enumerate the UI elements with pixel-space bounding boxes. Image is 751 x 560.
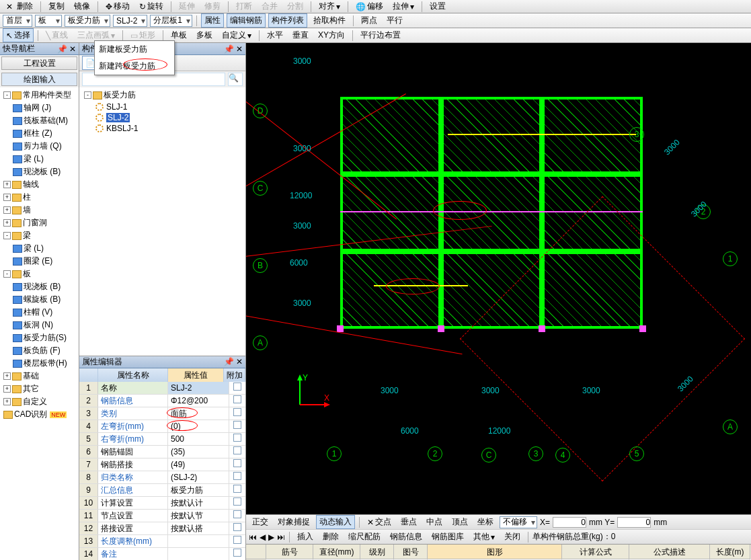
stretch-button[interactable]: 拉伸 ▾ bbox=[389, 0, 418, 13]
osnap-toggle[interactable]: 对象捕捉 bbox=[274, 515, 313, 529]
extend-button[interactable]: 延伸 bbox=[175, 0, 198, 13]
property-row[interactable]: 14备注 bbox=[79, 548, 245, 561]
search-button[interactable]: 🔍 bbox=[228, 73, 243, 86]
merge-button[interactable]: 合并 bbox=[258, 0, 281, 13]
horiz-button[interactable]: 水平 bbox=[264, 28, 286, 42]
property-row[interactable]: 3类别面筋 bbox=[79, 407, 245, 420]
tree-item[interactable]: 板负筋 (F) bbox=[1, 344, 77, 357]
snap-coord[interactable]: 坐标 bbox=[474, 515, 497, 529]
ortho-toggle[interactable]: 正交 bbox=[249, 515, 272, 529]
table-header[interactable]: 长度(m) bbox=[710, 545, 750, 559]
category-combo[interactable]: 板 bbox=[35, 15, 62, 27]
rebar-info-button[interactable]: 钢筋信息 bbox=[387, 530, 426, 544]
trim-button[interactable]: 修剪 bbox=[201, 0, 224, 13]
tree-item[interactable]: +门窗洞 bbox=[1, 216, 77, 229]
component-list-button[interactable]: 构件列表 bbox=[268, 13, 307, 28]
nav-prev-icon[interactable]: ◀ bbox=[260, 532, 266, 542]
drawing-canvas[interactable]: D C B A 1 2 3 A 1 2 3 C 4 5 3000 3000 12… bbox=[246, 43, 751, 514]
property-row[interactable]: 6钢筋锚固(35) bbox=[79, 446, 245, 458]
multi-slab-button[interactable]: 多板 bbox=[193, 28, 216, 42]
offset-combo[interactable]: 不偏移 bbox=[500, 516, 537, 528]
tree-item[interactable]: CAD识别NEW bbox=[1, 408, 77, 421]
property-row[interactable]: 13长度调整(mm) bbox=[79, 535, 245, 548]
tree-item[interactable]: +自定义 bbox=[1, 395, 77, 408]
table-header[interactable]: 筋号 bbox=[266, 545, 313, 559]
floor-combo[interactable]: 首层 bbox=[3, 15, 32, 27]
pin-icon[interactable]: 📌 ✕ bbox=[57, 44, 76, 54]
two-point-button[interactable]: 两点 bbox=[358, 13, 381, 28]
property-row[interactable]: 11节点设置按默认节 bbox=[79, 510, 245, 522]
tree-item[interactable]: 筏板基础(M) bbox=[1, 114, 77, 127]
property-row[interactable]: 1名称SLJ-2 bbox=[79, 382, 245, 395]
table-header[interactable]: 公式描述 bbox=[629, 545, 710, 559]
tree-item[interactable]: 现浇板 (B) bbox=[1, 165, 77, 178]
tree-item[interactable]: 板受力筋(S) bbox=[1, 331, 77, 344]
tree-item[interactable]: -梁 bbox=[1, 229, 77, 242]
move-button[interactable]: ✥ 移动 bbox=[102, 0, 133, 13]
property-row[interactable]: 4左弯折(mm)(0) bbox=[79, 420, 245, 433]
delete-row-button[interactable]: 删除 bbox=[319, 530, 342, 544]
rotate-button[interactable]: ↻ 旋转 bbox=[136, 0, 167, 13]
x-input[interactable] bbox=[553, 517, 586, 528]
component-item[interactable]: SLJ-1 bbox=[83, 102, 245, 112]
nav-tree[interactable]: -常用构件类型轴网 (J)筏板基础(M)框柱 (Z)剪力墙 (Q)梁 (L)现浇… bbox=[0, 87, 79, 560]
vert-button[interactable]: 垂直 bbox=[289, 28, 312, 42]
tree-item[interactable]: 板洞 (N) bbox=[1, 319, 77, 331]
table-header[interactable]: 级别 bbox=[360, 545, 394, 559]
settings-button[interactable]: 设置 bbox=[426, 0, 449, 13]
component-tree[interactable]: -板受力筋 SLJ-1SLJ-2KBSLJ-1 bbox=[79, 87, 245, 135]
break-button[interactable]: 打断 bbox=[233, 0, 255, 13]
scale-rebar-button[interactable]: 缩尺配筋 bbox=[345, 530, 384, 544]
parallel-button[interactable]: 平行 bbox=[383, 13, 406, 28]
mirror-button[interactable]: 镜像 bbox=[71, 0, 93, 13]
pin-icon[interactable]: 📌 ✕ bbox=[224, 357, 243, 366]
property-row[interactable]: 8归类名称(SLJ-2) bbox=[79, 471, 245, 484]
property-row[interactable]: 7钢筋搭接(49) bbox=[79, 458, 245, 471]
dyn-input-toggle[interactable]: 动态输入 bbox=[316, 515, 355, 529]
menu-new-slab-rebar[interactable]: 新建板受力筋 bbox=[95, 41, 174, 58]
insert-row-button[interactable]: 插入 bbox=[294, 530, 317, 544]
tree-item[interactable]: 螺旋板 (B) bbox=[1, 293, 77, 306]
table-header[interactable]: 直径(mm) bbox=[313, 545, 360, 559]
tab-draw-input[interactable]: 绘图输入 bbox=[1, 73, 77, 86]
edit-rebar-button[interactable]: 编辑钢筋 bbox=[227, 13, 266, 28]
tree-item[interactable]: +基础 bbox=[1, 370, 77, 383]
table-header[interactable]: 计算公式 bbox=[562, 545, 629, 559]
property-button[interactable]: 属性 bbox=[201, 13, 224, 28]
offset-button[interactable]: 🌐 偏移 bbox=[352, 0, 387, 13]
split-button[interactable]: 分割 bbox=[284, 0, 307, 13]
tab-project-settings[interactable]: 工程设置 bbox=[1, 56, 77, 70]
tree-item[interactable]: 楼层板带(H) bbox=[1, 357, 77, 370]
nav-next-icon[interactable]: ▶ bbox=[268, 532, 274, 542]
property-row[interactable]: 10计算设置按默认计 bbox=[79, 497, 245, 510]
table-header[interactable]: 图号 bbox=[394, 545, 428, 559]
snap-cross[interactable]: ✕ 交点 bbox=[364, 515, 395, 529]
tree-item[interactable]: -板 bbox=[1, 268, 77, 280]
snap-mid[interactable]: 中点 bbox=[423, 515, 446, 529]
pin-icon[interactable]: 📌 ✕ bbox=[224, 44, 243, 54]
tree-item[interactable]: 框柱 (Z) bbox=[1, 127, 77, 140]
xy-button[interactable]: XY方向 bbox=[315, 28, 348, 42]
nav-first-icon[interactable]: ⏮ bbox=[249, 532, 257, 542]
tree-item[interactable]: 现浇板 (B) bbox=[1, 280, 77, 293]
close-button[interactable]: 关闭 bbox=[501, 530, 524, 544]
component-combo[interactable]: SLJ-2 bbox=[113, 15, 147, 27]
tree-item[interactable]: 梁 (L) bbox=[1, 242, 77, 255]
parallel-side-button[interactable]: 平行边布置 bbox=[357, 28, 404, 42]
component-item[interactable]: SLJ-2 bbox=[83, 112, 245, 123]
align-button[interactable]: 对齐 ▾ bbox=[315, 0, 344, 13]
tree-item[interactable]: 圈梁 (E) bbox=[1, 255, 77, 268]
property-row[interactable]: 12搭接设置按默认搭 bbox=[79, 522, 245, 535]
pick-button[interactable]: 拾取构件 bbox=[310, 13, 349, 28]
tree-item[interactable]: -常用构件类型 bbox=[1, 89, 77, 102]
tree-item[interactable]: +其它 bbox=[1, 383, 77, 395]
property-row[interactable]: 5右弯折(mm)500 bbox=[79, 433, 245, 446]
rebar-lib-button[interactable]: 钢筋图库 bbox=[428, 530, 467, 544]
tree-item[interactable]: 梁 (L) bbox=[1, 153, 77, 165]
table-header[interactable]: 图形 bbox=[428, 545, 562, 559]
property-row[interactable]: 2钢筋信息Φ12@200 bbox=[79, 395, 245, 407]
subcategory-combo[interactable]: 板受力筋 bbox=[65, 15, 110, 27]
tree-item[interactable]: +墙 bbox=[1, 204, 77, 216]
layer-combo[interactable]: 分层板1 bbox=[150, 15, 192, 27]
line-button[interactable]: ╲ 直线 bbox=[42, 28, 71, 42]
